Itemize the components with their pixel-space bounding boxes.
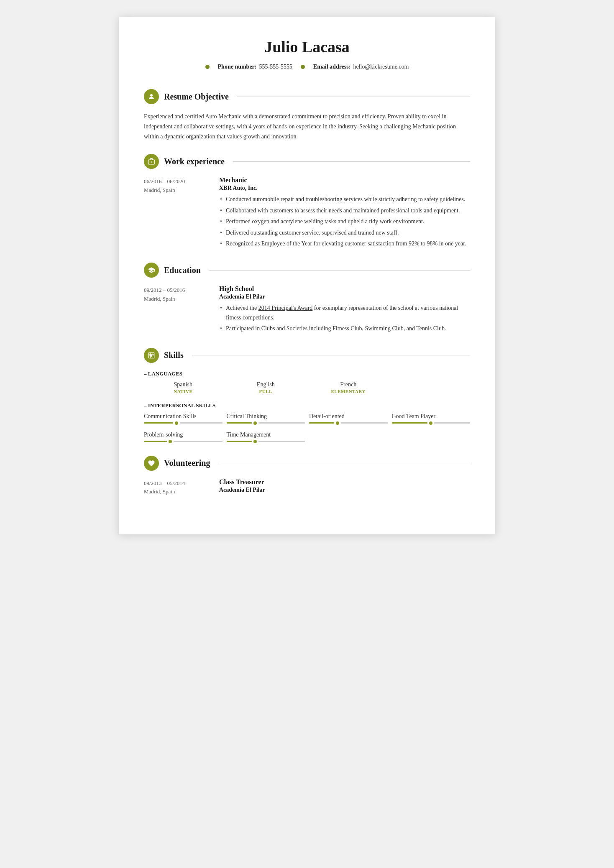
phone-item: Phone number: 555-555-5555 [218, 64, 292, 70]
objective-divider [237, 97, 470, 97]
skills-icon [144, 348, 159, 363]
work-section: Work experience 06/2016 – 06/2020 Madrid… [144, 154, 470, 250]
work-header: Work experience [144, 154, 470, 169]
objective-header: Resume Objective [144, 89, 470, 104]
job-org-0: XBR Auto, Inc. [219, 185, 470, 191]
skills-header: Skills [144, 348, 470, 363]
email-label: Email address: [313, 64, 351, 70]
skill-bar-communication [144, 421, 223, 425]
education-section: Education 09/2012 – 05/2016 Madrid, Spai… [144, 263, 470, 335]
phone-dot [205, 65, 210, 69]
interpersonal-label: – INTERPERSONAL SKILLS [144, 402, 470, 409]
skill-bar-problem [144, 440, 223, 443]
skill-critical-thinking: Critical Thinking [227, 413, 305, 425]
edu-bullet-item: Participated in Clubs and Societies incl… [219, 324, 470, 333]
phone-value: 555-555-5555 [259, 64, 292, 70]
objective-title: Resume Objective [164, 92, 229, 102]
skills-section: Skills – LANGUAGES Spanish NATIVE Englis… [144, 348, 470, 443]
skill-team-player: Good Team Player [392, 413, 471, 425]
job-bullets-0: Conducted automobile repair and troubles… [219, 195, 470, 248]
objective-section: Resume Objective Experienced and certifi… [144, 89, 470, 141]
resume-document: Julio Lacasa Phone number: 555-555-5555 … [119, 17, 495, 534]
skill-problem-solving: Problem-solving [144, 431, 223, 443]
candidate-name: Julio Lacasa [144, 38, 470, 56]
lang-english: English FULL [227, 381, 305, 394]
education-entry-0: 09/2012 – 05/2016 Madrid, Spain High Sch… [144, 285, 470, 335]
svg-point-4 [151, 355, 153, 357]
volunteering-header: Volunteering [144, 456, 470, 471]
bullet-item: Collaborated with customers to assess th… [219, 206, 470, 215]
languages-label: – LANGUAGES [144, 370, 470, 377]
work-content-0: Mechanic XBR Auto, Inc. Conducted automo… [219, 176, 470, 250]
education-divider [209, 270, 470, 271]
objective-text: Experienced and certified Auto Mechanic … [144, 112, 470, 141]
email-item: Email address: hello@kickresume.com [313, 64, 409, 70]
skill-communication: Communication Skills [144, 413, 223, 425]
bullet-item: Recognized as Employee of the Year for e… [219, 239, 470, 248]
job-title-0: Mechanic [219, 176, 470, 184]
edu-bullet-item: Achieved the 2014 Principal's Award for … [219, 304, 470, 322]
edu-bullets-0: Achieved the 2014 Principal's Award for … [219, 304, 470, 333]
vol-org-0: Academia El Pilar [219, 487, 470, 493]
skill-time-management: Time Management [227, 431, 305, 443]
bullet-item: Delivered outstanding customer service, … [219, 228, 470, 237]
email-value: hello@kickresume.com [353, 64, 409, 70]
vol-role-0: Class Treasurer [219, 478, 470, 486]
bullet-item: Performed oxygen and acetylene welding t… [219, 217, 470, 226]
skill-bar-critical [227, 421, 305, 425]
skill-detail-oriented: Detail-oriented [309, 413, 388, 425]
skills-divider [192, 355, 470, 355]
volunteering-icon [144, 456, 159, 471]
skill-bar-detail [309, 421, 388, 425]
languages-category: – LANGUAGES Spanish NATIVE English FULL … [144, 370, 470, 394]
volunteering-divider [218, 463, 470, 463]
lang-empty [392, 381, 471, 394]
languages-grid: Spanish NATIVE English FULL French ELEME… [144, 381, 470, 394]
lang-spanish: Spanish NATIVE [144, 381, 223, 394]
vol-content-0: Class Treasurer Academia El Pilar [219, 478, 470, 497]
skills-title: Skills [164, 350, 184, 360]
work-entry-0: 06/2016 – 06/2020 Madrid, Spain Mechanic… [144, 176, 470, 250]
svg-point-0 [150, 94, 153, 97]
work-icon [144, 154, 159, 169]
work-dates-0: 06/2016 – 06/2020 Madrid, Spain [144, 176, 207, 250]
interpersonal-category: – INTERPERSONAL SKILLS Communication Ski… [144, 402, 470, 443]
work-divider [233, 161, 470, 162]
school-name-0: Academia El Pilar [219, 294, 470, 300]
degree-title-0: High School [219, 285, 470, 293]
edu-dates-0: 09/2012 – 05/2016 Madrid, Spain [144, 285, 207, 335]
volunteering-section: Volunteering 09/2013 – 05/2014 Madrid, S… [144, 456, 470, 497]
skill-bar-time [227, 440, 305, 443]
phone-label: Phone number: [218, 64, 257, 70]
interpersonal-grid: Communication Skills Critical Thinking [144, 413, 470, 443]
education-title: Education [164, 266, 201, 275]
vol-dates-0: 09/2013 – 05/2014 Madrid, Spain [144, 478, 207, 497]
skill-bar-team [392, 421, 471, 425]
lang-french: French ELEMENTARY [309, 381, 388, 394]
work-title: Work experience [164, 157, 225, 166]
bullet-item: Conducted automobile repair and troubles… [219, 195, 470, 204]
email-dot [301, 65, 305, 69]
vol-entry-0: 09/2013 – 05/2014 Madrid, Spain Class Tr… [144, 478, 470, 497]
objective-icon [144, 89, 159, 104]
edu-content-0: High School Academia El Pilar Achieved t… [219, 285, 470, 335]
education-icon [144, 263, 159, 278]
volunteering-title: Volunteering [164, 458, 210, 468]
education-header: Education [144, 263, 470, 278]
contact-line: Phone number: 555-555-5555 Email address… [144, 64, 470, 77]
